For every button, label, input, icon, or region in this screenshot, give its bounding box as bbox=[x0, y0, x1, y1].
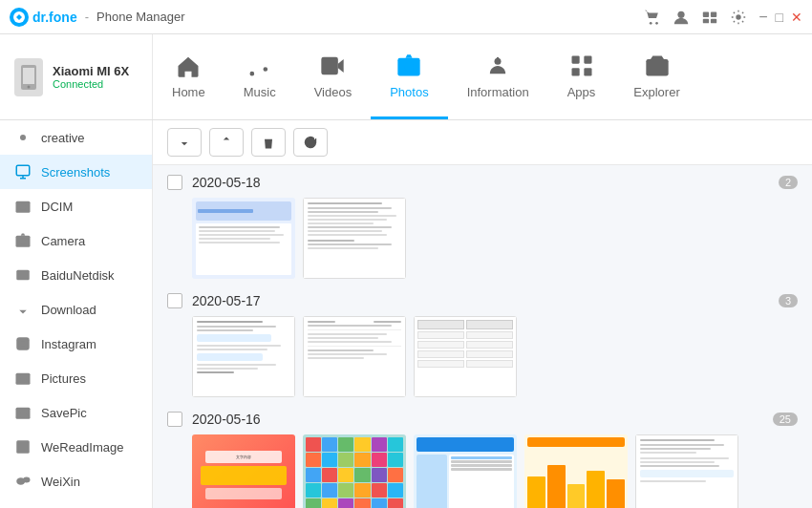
tab-music-label: Music bbox=[244, 85, 276, 99]
svg-rect-6 bbox=[703, 18, 709, 23]
photo-group-3-checkbox[interactable] bbox=[167, 412, 182, 427]
svg-rect-10 bbox=[23, 68, 34, 84]
photo-thumb-1[interactable] bbox=[192, 198, 295, 279]
titlebar-right: − □ ✕ bbox=[644, 9, 802, 26]
main-area: creative Screenshots DCIM Camera BaiduNe… bbox=[0, 120, 812, 508]
photo-group-3-header: 2020-05-16 25 bbox=[167, 412, 798, 427]
photo-group-2-checkbox[interactable] bbox=[167, 293, 182, 308]
svg-rect-20 bbox=[571, 68, 579, 75]
device-status: Connected bbox=[53, 78, 129, 90]
import-button[interactable] bbox=[167, 128, 202, 157]
sidebar-item-weixin[interactable]: WeiXin bbox=[0, 464, 152, 498]
svg-point-38 bbox=[23, 477, 31, 483]
sidebar-item-screenshots-label: Screenshots bbox=[41, 165, 110, 180]
photo-thumb-3[interactable] bbox=[192, 316, 295, 397]
svg-rect-36 bbox=[16, 440, 30, 454]
photo-thumb-5[interactable] bbox=[414, 316, 517, 397]
sidebar-item-dcim-label: DCIM bbox=[41, 200, 73, 214]
delete-button[interactable] bbox=[251, 128, 286, 157]
tab-apps-label: Apps bbox=[567, 85, 596, 99]
sidebar-item-weixin-label: WeiXin bbox=[41, 475, 80, 489]
svg-rect-12 bbox=[322, 56, 339, 74]
photo-group-1-checkbox[interactable] bbox=[167, 175, 182, 190]
photo-group-2-left: 2020-05-17 bbox=[167, 293, 261, 308]
tab-music[interactable]: Music bbox=[224, 34, 295, 119]
photo-thumb-8[interactable] bbox=[414, 434, 517, 508]
sidebar-item-download[interactable]: Download bbox=[0, 292, 152, 327]
refresh-icon bbox=[303, 135, 318, 150]
svg-rect-19 bbox=[584, 55, 591, 63]
tab-videos[interactable]: Videos bbox=[295, 34, 372, 119]
user-icon[interactable] bbox=[673, 9, 690, 26]
tab-explorer[interactable]: Explorer bbox=[614, 34, 698, 119]
sidebar-item-screenshots[interactable]: Screenshots bbox=[0, 155, 152, 189]
svg-point-28 bbox=[20, 239, 26, 244]
tab-home-label: Home bbox=[172, 85, 205, 99]
photo-group-2: 2020-05-17 3 bbox=[167, 293, 798, 397]
photo-group-2-header: 2020-05-17 3 bbox=[167, 293, 798, 308]
svg-rect-22 bbox=[646, 59, 668, 76]
sidebar-item-instagram-label: Instagram bbox=[41, 337, 96, 351]
sidebar-item-creative-label: creative bbox=[41, 131, 85, 145]
nav-tabs: Home Music Videos Photos Information App… bbox=[153, 34, 812, 119]
photo-thumb-10[interactable] bbox=[635, 434, 738, 508]
svg-rect-5 bbox=[711, 11, 716, 16]
settings-icon[interactable] bbox=[730, 9, 747, 26]
refresh-button[interactable] bbox=[293, 128, 328, 157]
photo-thumb-7[interactable] bbox=[303, 434, 406, 508]
sidebar-item-baidunetdisk[interactable]: BaiduNetdisk bbox=[0, 258, 152, 292]
svg-point-8 bbox=[736, 14, 740, 19]
sidebar-item-download2[interactable]: download bbox=[0, 498, 152, 508]
sidebar-item-dcim[interactable]: DCIM bbox=[0, 189, 152, 223]
photo-group-3-thumbs: 文字内容 bbox=[167, 434, 798, 508]
photo-group-2-date: 2020-05-17 bbox=[192, 293, 261, 308]
svg-point-32 bbox=[26, 340, 28, 342]
sidebar-item-instagram[interactable]: Instagram bbox=[0, 327, 152, 361]
navbar: Xiaomi MI 6X Connected Home Music Videos… bbox=[0, 34, 812, 120]
tab-photos[interactable]: Photos bbox=[371, 34, 447, 119]
photo-thumb-9[interactable] bbox=[524, 434, 628, 508]
sidebar-item-savepic[interactable]: SavePic bbox=[0, 395, 152, 430]
sidebar-item-creative[interactable]: creative bbox=[0, 120, 152, 155]
close-btn[interactable]: ✕ bbox=[791, 11, 802, 24]
svg-rect-21 bbox=[584, 68, 591, 75]
svg-point-17 bbox=[497, 56, 499, 58]
photo-group-3-count: 25 bbox=[773, 413, 798, 426]
app-logo: dr.fone bbox=[10, 8, 77, 27]
svg-rect-4 bbox=[703, 11, 709, 16]
photo-thumb-6[interactable]: 文字内容 bbox=[192, 434, 295, 508]
photo-thumb-4[interactable] bbox=[303, 316, 406, 397]
photo-group-1: 2020-05-18 2 bbox=[167, 175, 798, 279]
svg-rect-7 bbox=[711, 18, 716, 23]
toolbar bbox=[153, 120, 812, 165]
tab-apps[interactable]: Apps bbox=[548, 34, 615, 119]
photo-thumb-2[interactable] bbox=[303, 198, 406, 279]
app-name: dr.fone bbox=[32, 10, 77, 25]
sidebar-item-pictures[interactable]: Pictures bbox=[0, 361, 152, 395]
svg-rect-29 bbox=[16, 270, 30, 281]
photo-group-1-count: 2 bbox=[779, 176, 798, 189]
svg-point-1 bbox=[650, 21, 652, 24]
photo-group-2-thumbs bbox=[167, 316, 798, 397]
sidebar-item-pictures-label: Pictures bbox=[41, 371, 86, 386]
title-separator: - bbox=[85, 10, 89, 24]
sidebar-item-wereadimage[interactable]: WeReadImage bbox=[0, 430, 152, 464]
device-info: Xiaomi MI 6X Connected bbox=[0, 34, 153, 119]
device-name: Xiaomi MI 6X bbox=[53, 64, 129, 78]
sidebar-item-camera[interactable]: Camera bbox=[0, 223, 152, 258]
tab-information[interactable]: Information bbox=[448, 34, 548, 119]
photo-group-2-count: 3 bbox=[779, 294, 798, 307]
photo-group-3-left: 2020-05-16 bbox=[167, 412, 261, 427]
tab-home[interactable]: Home bbox=[153, 34, 224, 119]
photo-groups: 2020-05-18 2 bbox=[153, 165, 812, 508]
sidebar-item-wereadimage-label: WeReadImage bbox=[41, 440, 123, 455]
svg-point-15 bbox=[405, 62, 414, 71]
logo-icon bbox=[10, 8, 29, 27]
export-button[interactable] bbox=[209, 128, 244, 157]
window-icon[interactable] bbox=[701, 9, 718, 26]
minimize-btn[interactable]: − bbox=[759, 10, 767, 25]
cart-icon[interactable] bbox=[644, 9, 661, 26]
titlebar: dr.fone - Phone Manager − □ ✕ bbox=[0, 0, 812, 34]
maximize-btn[interactable]: □ bbox=[776, 11, 783, 24]
photo-group-1-header: 2020-05-18 2 bbox=[167, 175, 798, 190]
